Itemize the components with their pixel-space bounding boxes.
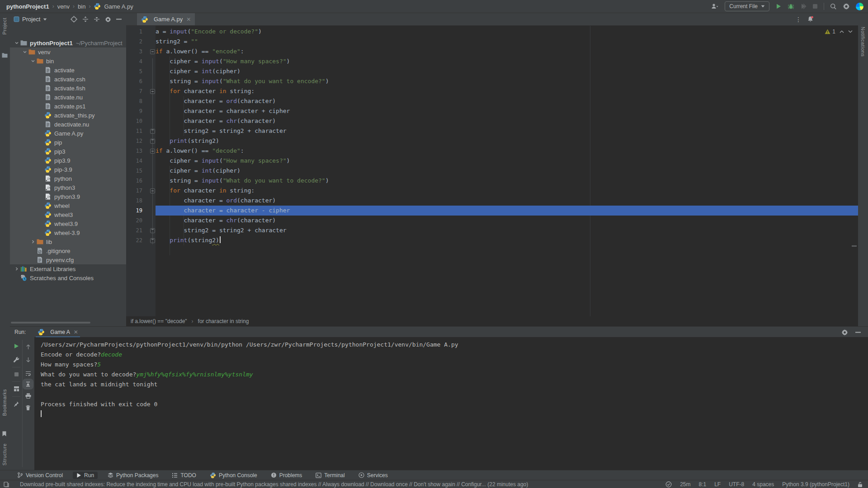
status-message[interactable]: Download pre-built shared indexes: Reduc…	[20, 481, 528, 488]
code-line-16[interactable]: 16 string = input("What do you want to d…	[126, 176, 858, 186]
line-number[interactable]: 12	[126, 136, 142, 146]
code-line-13[interactable]: 13if a.lower() == "decode":	[126, 146, 858, 156]
indexing-ok-icon[interactable]	[665, 481, 672, 488]
collapse-all-icon[interactable]	[94, 16, 100, 22]
tree-item-python3[interactable]: python3	[10, 183, 126, 192]
toolwindow-todo[interactable]: TODO	[168, 472, 199, 479]
code-line-6[interactable]: 6 string = input("What do you want to en…	[126, 76, 858, 86]
prev-problem-icon[interactable]	[840, 30, 844, 33]
line-number[interactable]: 15	[126, 166, 142, 176]
pin-icon[interactable]	[13, 400, 20, 407]
stop-button[interactable]	[13, 371, 20, 378]
chevron-down-icon[interactable]	[30, 59, 36, 63]
editor-breadcrumb-item[interactable]: if a.lower() == "decode"	[131, 318, 187, 324]
fold-marker-icon[interactable]	[150, 188, 155, 193]
tab-game-a-py[interactable]: Game A.py ✕	[137, 13, 195, 25]
tree-item-activate[interactable]: activate	[10, 66, 126, 75]
fold-marker-icon[interactable]	[150, 89, 155, 94]
toolwindow-python-packages[interactable]: Python Packages	[104, 472, 162, 479]
line-number[interactable]: 9	[126, 106, 142, 116]
editor-breadcrumb-item[interactable]: for character in string	[198, 318, 249, 324]
chevron-down-icon[interactable]	[43, 18, 47, 21]
code-line-19[interactable]: 19 character = character - cipher	[126, 206, 858, 216]
hide-run-panel-icon[interactable]	[855, 332, 861, 333]
close-run-tab-icon[interactable]: ✕	[74, 329, 78, 335]
tree-item-game-a-py[interactable]: Game A.py	[10, 129, 126, 138]
tool-strip-bookmarks[interactable]: Bookmarks	[2, 389, 7, 416]
tree-item-wheel3-9[interactable]: wheel3.9	[10, 219, 126, 228]
stop-button[interactable]	[812, 4, 818, 9]
tree-item-wheel-3-9[interactable]: wheel-3.9	[10, 228, 126, 237]
chevron-down-icon[interactable]	[22, 50, 28, 54]
tool-strip-structure[interactable]: Structure	[2, 443, 7, 465]
debug-button[interactable]	[788, 3, 794, 9]
chevron-right-icon[interactable]	[14, 267, 20, 271]
file-encoding[interactable]: UTF-8	[729, 481, 744, 488]
settings-gear-icon[interactable]	[843, 3, 850, 10]
line-number[interactable]: 20	[126, 216, 142, 225]
expand-all-icon[interactable]	[82, 16, 89, 22]
fold-marker-icon[interactable]	[150, 149, 155, 154]
code-line-3[interactable]: 3if a.lower() == "encode":	[126, 47, 858, 56]
tree-item-activate-nu[interactable]: activate.nu	[10, 93, 126, 102]
run-settings-gear-icon[interactable]	[841, 329, 848, 336]
code-line-10[interactable]: 10 character = chr(character)	[126, 116, 858, 126]
line-number[interactable]: 22	[126, 235, 142, 245]
tree-item-activate-csh[interactable]: activate.csh	[10, 75, 126, 84]
warning-indicator[interactable]: 1	[825, 28, 835, 35]
python-interpreter[interactable]: Python 3.9 (pythonProject1)	[782, 481, 849, 488]
project-panel-title[interactable]: Project	[22, 16, 40, 23]
tree-item-pip3[interactable]: pip3	[10, 147, 126, 156]
chevron-right-icon[interactable]	[30, 239, 36, 244]
code-line-11[interactable]: 11 string2 = string2 + character	[126, 126, 858, 136]
more-options-icon[interactable]: ⋮	[795, 16, 802, 23]
tree-item-python[interactable]: python	[10, 174, 126, 183]
locate-file-icon[interactable]	[71, 16, 77, 23]
tree-item-lib[interactable]: lib	[10, 237, 126, 246]
down-stacktrace-icon[interactable]	[24, 356, 32, 363]
coverage-button[interactable]	[800, 3, 807, 9]
tree-item-external-libraries[interactable]: External Libraries	[10, 264, 126, 273]
user-icon[interactable]	[711, 3, 719, 10]
code-line-7[interactable]: 7 for character in string:	[126, 86, 858, 96]
console-output[interactable]: /Users/zwr/PycharmProjects/pythonProject…	[34, 340, 868, 419]
tree-item-deactivate-nu[interactable]: deactivate.nu	[10, 120, 126, 129]
tree-item-venv[interactable]: venv	[10, 47, 126, 56]
line-number[interactable]: 7	[126, 86, 142, 96]
toolwindow-run[interactable]: Run	[73, 472, 98, 479]
tree-item-pip3-9[interactable]: pip3.9	[10, 156, 126, 165]
shared-indexes-icon[interactable]	[4, 482, 9, 488]
tree-item-wheel3[interactable]: wheel3	[10, 210, 126, 219]
breadcrumb-file[interactable]: Game A.py	[104, 3, 133, 10]
code-line-1[interactable]: 1a = input("Encode or decode?")	[126, 27, 858, 37]
tree-item-python3-9[interactable]: python3.9	[10, 192, 126, 201]
tree-item-bin[interactable]: bin	[10, 56, 126, 66]
code-line-12[interactable]: 12 print(string2)	[126, 136, 858, 146]
code-line-18[interactable]: 18 character = ord(character)	[126, 196, 858, 206]
notification-bell-icon[interactable]	[807, 16, 814, 23]
tree-item--gitignore[interactable]: .gitignore	[10, 246, 126, 255]
run-tab-game-a[interactable]: Game A ✕	[36, 327, 80, 338]
line-number[interactable]: 4	[126, 56, 142, 66]
tree-item-pip-3-9[interactable]: pip-3.9	[10, 165, 126, 174]
line-number[interactable]: 2	[126, 37, 142, 47]
code-line-5[interactable]: 5 cipher = int(cipher)	[126, 66, 858, 76]
toolwindow-problems[interactable]: Problems	[267, 472, 306, 479]
scroll-to-end-icon[interactable]	[24, 380, 32, 388]
tool-strip-notifications[interactable]: Notifications	[860, 27, 866, 56]
search-icon[interactable]	[830, 3, 837, 10]
close-tab-icon[interactable]: ✕	[186, 16, 191, 23]
toolwindow-python-console[interactable]: Python Console	[206, 472, 261, 479]
line-number[interactable]: 10	[126, 116, 142, 126]
code-line-9[interactable]: 9 character = character + cipher	[126, 106, 858, 116]
code-line-4[interactable]: 4 cipher = input("How many spaces?")	[126, 56, 858, 66]
tree-item-pip[interactable]: pip	[10, 138, 126, 147]
line-number[interactable]: 13	[126, 146, 142, 156]
line-number[interactable]: 19	[126, 206, 142, 216]
line-number[interactable]: 1	[126, 27, 142, 37]
horizontal-scrollbar[interactable]	[11, 322, 90, 324]
ide-logo[interactable]	[856, 3, 863, 10]
run-button[interactable]	[775, 3, 782, 9]
edit-configuration-wrench-icon[interactable]	[13, 356, 20, 363]
memory-indicator[interactable]: 25m	[680, 481, 690, 488]
